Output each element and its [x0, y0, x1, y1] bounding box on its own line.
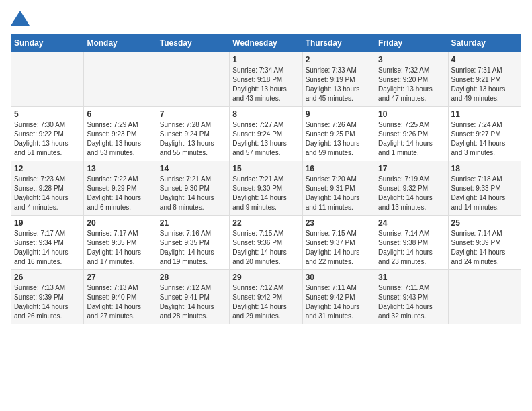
sunset-text: Sunset: 9:32 PM — [378, 185, 428, 192]
calendar-cell: 20Sunrise: 7:17 AMSunset: 9:35 PMDayligh… — [84, 216, 157, 270]
day-number: 27 — [87, 273, 153, 282]
sunset-text: Sunset: 9:18 PM — [232, 76, 282, 83]
sunrise-text: Sunrise: 7:12 AM — [232, 284, 283, 291]
sunrise-text: Sunrise: 7:15 AM — [232, 230, 283, 237]
cell-content: Sunrise: 7:16 AMSunset: 9:35 PMDaylight:… — [160, 229, 226, 267]
sunrise-text: Sunrise: 7:25 AM — [378, 121, 429, 128]
cell-content: Sunrise: 7:21 AMSunset: 9:30 PMDaylight:… — [160, 175, 226, 212]
sunset-text: Sunset: 9:26 PM — [378, 130, 428, 138]
sunset-text: Sunset: 9:25 PM — [306, 130, 355, 138]
calendar-cell: 24Sunrise: 7:14 AMSunset: 9:38 PMDayligh… — [375, 216, 448, 270]
daylight-text: Daylight: 14 hours and 11 minutes. — [306, 194, 360, 211]
day-number: 21 — [160, 218, 226, 228]
sunrise-text: Sunrise: 7:33 AM — [306, 66, 357, 74]
cell-content: Sunrise: 7:26 AMSunset: 9:25 PMDaylight:… — [306, 120, 372, 158]
cell-content: Sunrise: 7:23 AMSunset: 9:28 PMDaylight:… — [14, 175, 81, 212]
daylight-text: Daylight: 14 hours and 16 minutes. — [14, 248, 69, 265]
cell-content: Sunrise: 7:14 AMSunset: 9:38 PMDaylight:… — [378, 229, 445, 267]
daylight-text: Daylight: 14 hours and 32 minutes. — [378, 303, 433, 320]
sunrise-text: Sunrise: 7:17 AM — [14, 230, 65, 237]
day-number: 11 — [451, 109, 518, 119]
calendar-cell: 9Sunrise: 7:26 AMSunset: 9:25 PMDaylight… — [302, 107, 375, 161]
day-number: 2 — [306, 55, 372, 64]
sunset-text: Sunset: 9:22 PM — [14, 130, 64, 138]
calendar-cell: 19Sunrise: 7:17 AMSunset: 9:34 PMDayligh… — [11, 216, 84, 270]
day-number: 25 — [451, 218, 518, 228]
weekday-header-friday: Friday — [375, 34, 448, 52]
calendar-row: 19Sunrise: 7:17 AMSunset: 9:34 PMDayligh… — [11, 216, 521, 270]
day-number: 23 — [306, 218, 372, 228]
day-number: 15 — [232, 164, 299, 173]
daylight-text: Daylight: 13 hours and 49 minutes. — [451, 85, 506, 102]
svg-marker-0 — [11, 11, 30, 26]
cell-content: Sunrise: 7:13 AMSunset: 9:40 PMDaylight:… — [87, 283, 153, 321]
sunrise-text: Sunrise: 7:26 AM — [306, 121, 357, 128]
sunset-text: Sunset: 9:38 PM — [378, 239, 428, 246]
day-number: 29 — [232, 273, 299, 282]
cell-content: Sunrise: 7:28 AMSunset: 9:24 PMDaylight:… — [160, 120, 226, 158]
day-number: 19 — [14, 218, 81, 228]
calendar-body: 1Sunrise: 7:34 AMSunset: 9:18 PMDaylight… — [11, 52, 521, 324]
cell-content: Sunrise: 7:18 AMSunset: 9:33 PMDaylight:… — [451, 175, 518, 212]
calendar-cell: 7Sunrise: 7:28 AMSunset: 9:24 PMDaylight… — [157, 107, 229, 161]
calendar-cell: 6Sunrise: 7:29 AMSunset: 9:23 PMDaylight… — [84, 107, 157, 161]
sunrise-text: Sunrise: 7:27 AM — [232, 121, 283, 128]
sunset-text: Sunset: 9:33 PM — [451, 185, 501, 192]
calendar-cell — [448, 270, 521, 324]
sunrise-text: Sunrise: 7:11 AM — [306, 284, 357, 291]
sunset-text: Sunset: 9:35 PM — [87, 239, 136, 246]
daylight-text: Daylight: 13 hours and 59 minutes. — [306, 140, 360, 156]
daylight-text: Daylight: 13 hours and 45 minutes. — [306, 85, 360, 102]
cell-content: Sunrise: 7:15 AMSunset: 9:36 PMDaylight:… — [232, 229, 299, 267]
sunrise-text: Sunrise: 7:21 AM — [232, 175, 283, 183]
calendar-cell: 31Sunrise: 7:11 AMSunset: 9:43 PMDayligh… — [375, 270, 448, 324]
sunrise-text: Sunrise: 7:22 AM — [87, 175, 138, 183]
sunset-text: Sunset: 9:28 PM — [14, 185, 64, 192]
sunrise-text: Sunrise: 7:29 AM — [87, 121, 138, 128]
sunrise-text: Sunrise: 7:21 AM — [160, 175, 211, 183]
day-number: 26 — [14, 273, 81, 282]
calendar-cell — [157, 52, 229, 107]
sunrise-text: Sunrise: 7:30 AM — [14, 121, 65, 128]
sunrise-text: Sunrise: 7:12 AM — [160, 284, 211, 291]
day-number: 4 — [451, 55, 518, 64]
cell-content: Sunrise: 7:34 AMSunset: 9:18 PMDaylight:… — [232, 66, 299, 103]
calendar-cell: 28Sunrise: 7:12 AMSunset: 9:41 PMDayligh… — [157, 270, 229, 324]
calendar-cell: 8Sunrise: 7:27 AMSunset: 9:24 PMDaylight… — [230, 107, 302, 161]
sunrise-text: Sunrise: 7:34 AM — [232, 66, 283, 74]
daylight-text: Daylight: 14 hours and 27 minutes. — [87, 303, 141, 320]
sunrise-text: Sunrise: 7:14 AM — [378, 230, 429, 237]
cell-content: Sunrise: 7:15 AMSunset: 9:37 PMDaylight:… — [306, 229, 372, 267]
calendar-cell: 3Sunrise: 7:32 AMSunset: 9:20 PMDaylight… — [375, 52, 448, 107]
calendar-cell: 11Sunrise: 7:24 AMSunset: 9:27 PMDayligh… — [448, 107, 521, 161]
daylight-text: Daylight: 14 hours and 6 minutes. — [87, 194, 141, 211]
daylight-text: Daylight: 14 hours and 1 minute. — [378, 140, 433, 156]
cell-content: Sunrise: 7:30 AMSunset: 9:22 PMDaylight:… — [14, 120, 81, 158]
day-number: 10 — [378, 109, 445, 119]
sunrise-text: Sunrise: 7:16 AM — [160, 230, 211, 237]
sunrise-text: Sunrise: 7:32 AM — [378, 66, 429, 74]
calendar-row: 26Sunrise: 7:13 AMSunset: 9:39 PMDayligh… — [11, 270, 521, 324]
calendar-cell: 5Sunrise: 7:30 AMSunset: 9:22 PMDaylight… — [11, 107, 84, 161]
calendar-cell: 10Sunrise: 7:25 AMSunset: 9:26 PMDayligh… — [375, 107, 448, 161]
daylight-text: Daylight: 14 hours and 14 minutes. — [451, 194, 506, 211]
weekday-header-thursday: Thursday — [302, 34, 375, 52]
daylight-text: Daylight: 13 hours and 57 minutes. — [232, 140, 287, 156]
sunset-text: Sunset: 9:19 PM — [306, 76, 355, 83]
sunset-text: Sunset: 9:24 PM — [232, 130, 282, 138]
day-number: 20 — [87, 218, 153, 228]
calendar-cell: 23Sunrise: 7:15 AMSunset: 9:37 PMDayligh… — [302, 216, 375, 270]
daylight-text: Daylight: 14 hours and 22 minutes. — [306, 248, 360, 265]
weekday-header-monday: Monday — [84, 34, 157, 52]
day-number: 14 — [160, 164, 226, 173]
sunrise-text: Sunrise: 7:13 AM — [87, 284, 138, 291]
calendar-table: SundayMondayTuesdayWednesdayThursdayFrid… — [11, 34, 521, 324]
calendar-cell: 13Sunrise: 7:22 AMSunset: 9:29 PMDayligh… — [84, 161, 157, 216]
sunset-text: Sunset: 9:20 PM — [378, 76, 428, 83]
daylight-text: Daylight: 14 hours and 19 minutes. — [160, 248, 214, 265]
sunset-text: Sunset: 9:43 PM — [378, 293, 428, 301]
day-number: 28 — [160, 273, 226, 282]
daylight-text: Daylight: 14 hours and 9 minutes. — [232, 194, 287, 211]
calendar-cell: 29Sunrise: 7:12 AMSunset: 9:42 PMDayligh… — [230, 270, 302, 324]
cell-content: Sunrise: 7:24 AMSunset: 9:27 PMDaylight:… — [451, 120, 518, 158]
